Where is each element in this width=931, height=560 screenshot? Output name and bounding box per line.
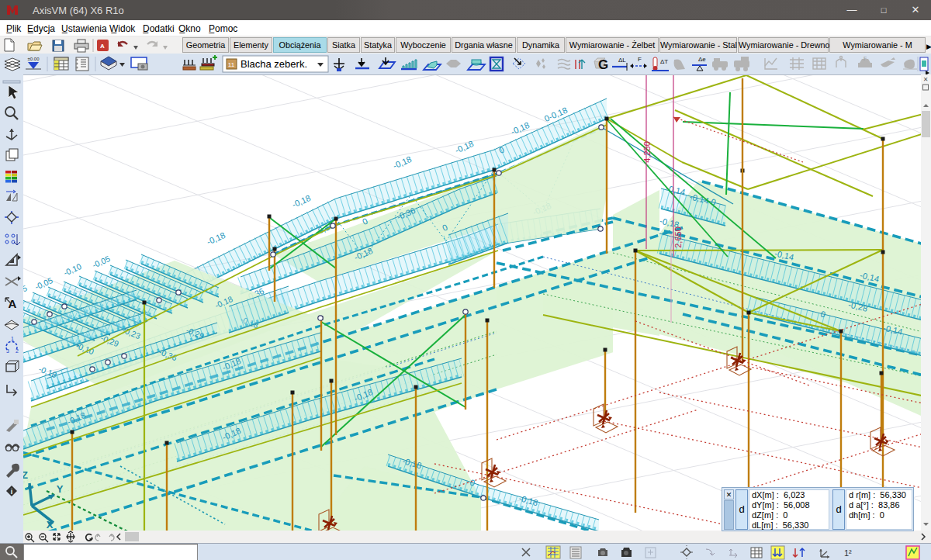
- svg-text:3: 3: [6, 348, 9, 354]
- svg-text:-0,18: -0,18: [205, 230, 227, 247]
- svg-text:-0,18: -0,18: [509, 120, 531, 137]
- svg-text:-0,05: -0,05: [23, 283, 29, 299]
- svg-text:F: F: [638, 56, 642, 63]
- svg-text:G: G: [598, 57, 608, 72]
- svg-text:Y: Y: [57, 483, 64, 495]
- svg-text:Blacha zeberk.: Blacha zeberk.: [241, 58, 307, 70]
- svg-text:-0,18: -0,18: [290, 193, 312, 209]
- svg-text:1: 1: [11, 336, 14, 341]
- svg-text:Δe: Δe: [698, 56, 706, 63]
- svg-text:-0,05: -0,05: [91, 254, 112, 270]
- svg-text:Z: Z: [23, 469, 28, 481]
- svg-text:ΔL: ΔL: [618, 57, 626, 64]
- svg-text:11: 11: [228, 61, 235, 68]
- svg-text:A: A: [100, 43, 105, 50]
- svg-text:ΔT: ΔT: [660, 58, 668, 65]
- svg-text:A: A: [9, 297, 17, 310]
- svg-text:F: F: [864, 56, 867, 61]
- svg-text:1²: 1²: [844, 548, 852, 558]
- svg-text:±0.00: ±0.00: [28, 57, 40, 61]
- svg-text:i: i: [11, 488, 13, 496]
- svg-text:X: X: [47, 519, 54, 531]
- svg-text:✕: ✕: [923, 76, 929, 83]
- svg-text:-0,18: -0,18: [453, 139, 475, 155]
- svg-text:-0,10: -0,10: [62, 261, 83, 278]
- svg-text:2: 2: [16, 348, 19, 354]
- svg-text:4,250: 4,250: [642, 141, 652, 163]
- svg-text:2,650: 2,650: [673, 226, 683, 248]
